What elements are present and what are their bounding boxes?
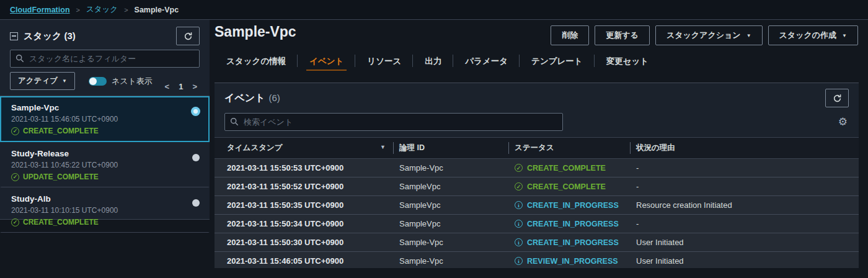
settings-gear-icon[interactable]: ⚙ [838,117,849,127]
table-row: 2021-03-11 15:46:05 UTC+0900 Sample-Vpc … [215,252,859,269]
stack-timestamp: 2021-03-11 10:10:15 UTC+0900 [11,206,198,215]
current-page-number[interactable]: 1 [179,82,183,91]
stack-status: UPDATE_COMPLETE [11,173,198,182]
tab-change-sets[interactable]: 変更セット [595,52,660,71]
event-status: CREATE_IN_PROGRESS [508,196,630,215]
nested-view-toggle[interactable]: ネスト表示 [89,76,153,87]
tab-events[interactable]: イベント [298,52,355,71]
stack-view-filter-dropdown[interactable]: アクティブ ▼ [10,72,75,90]
search-icon [16,54,24,63]
stack-tabs: スタックの情報 イベント リソース 出力 パラメータ テンプレート 変更セット [215,52,858,71]
breadcrumb-link-stacks[interactable]: スタック [86,4,118,15]
stack-radio-selected[interactable] [191,107,200,116]
event-reason: - [630,159,859,177]
stacks-pagination: < 1 > [165,82,197,91]
event-logical-id: Sample-Vpc [393,233,508,252]
refresh-events-button[interactable] [825,89,849,107]
event-timestamp: 2021-03-11 15:50:35 UTC+0900 [215,196,393,215]
table-header-row: タイムスタンプ ▼ 論理 ID ステータス 状況の理由 [215,138,859,159]
events-title: イベント(6) [224,92,825,105]
stack-name: Study-Release [11,149,198,159]
event-reason: - [630,177,859,196]
column-header-timestamp[interactable]: タイムスタンプ ▼ [215,138,393,159]
stack-name: Study-Alb [11,194,198,204]
sidebar-title: スタック(3) [24,30,176,42]
event-logical-id: SampleVpc [393,177,508,196]
tab-outputs[interactable]: 出力 [413,52,453,71]
stack-radio[interactable] [192,199,200,207]
update-button[interactable]: 更新する [595,25,650,45]
stack-card-study-release[interactable]: Study-Release 2021-03-11 10:45:22 UTC+09… [0,142,210,187]
event-timestamp: 2021-03-11 15:50:53 UTC+0900 [215,159,393,177]
event-status: CREATE_IN_PROGRESS [508,215,630,233]
events-panel: イベント(6) ⚙ [215,83,859,268]
search-icon [230,117,239,126]
stack-actions-dropdown[interactable]: スタックアクション ▼ [655,25,763,45]
event-status: REVIEW_IN_PROGRESS [508,252,630,269]
event-status: CREATE_COMPLETE [508,159,630,177]
refresh-icon [184,32,193,41]
event-timestamp: 2021-03-11 15:50:52 UTC+0900 [215,177,393,196]
tab-parameters[interactable]: パラメータ [453,52,520,71]
refresh-icon [833,94,842,103]
tab-template[interactable]: テンプレート [520,52,595,71]
chevron-right-icon: > [76,6,80,14]
column-header-reason: 状況の理由 [630,138,859,159]
check-circle-icon [11,218,19,226]
info-circle-icon [515,201,523,209]
event-reason: User Initiated [630,252,859,269]
tab-stack-info[interactable]: スタックの情報 [215,52,298,71]
stack-radio[interactable] [192,154,200,161]
caret-down-icon: ▼ [62,78,67,84]
refresh-stacks-button[interactable] [176,27,200,45]
page-title: Sample-Vpc [215,24,296,40]
event-reason: User Initiated [630,233,859,252]
collapse-panel-icon[interactable] [10,32,18,40]
event-timestamp: 2021-03-11 15:50:30 UTC+0900 [215,233,393,252]
breadcrumb-link-cloudformation[interactable]: CloudFormation [10,6,70,14]
stack-card-study-alb[interactable]: Study-Alb 2021-03-11 10:10:15 UTC+0900 C… [0,187,210,233]
event-reason: Resource creation Initiated [630,196,859,215]
events-search-input[interactable] [224,113,563,131]
main-content: Sample-Vpc 削除 更新する スタックアクション ▼ スタックの作成 ▼… [215,20,868,278]
check-circle-icon [11,127,19,135]
event-timestamp: 2021-03-11 15:46:05 UTC+0900 [215,252,393,269]
check-circle-icon [515,182,523,191]
sort-descending-icon[interactable]: ▼ [380,144,386,150]
check-circle-icon [515,164,523,172]
delete-button[interactable]: 削除 [551,25,589,45]
table-row: 2021-03-11 15:50:53 UTC+0900 Sample-Vpc … [215,159,859,177]
stack-name: Sample-Vpc [11,103,198,113]
next-page-button[interactable]: > [192,82,197,91]
breadcrumb-current: Sample-Vpc [135,6,179,14]
info-circle-icon [515,220,523,228]
event-reason: - [630,215,859,233]
check-circle-icon [11,173,19,181]
table-row: 2021-03-11 15:50:30 UTC+0900 Sample-Vpc … [215,233,859,252]
header-actions: 削除 更新する スタックアクション ▼ スタックの作成 ▼ [551,25,858,45]
previous-page-button[interactable]: < [165,82,170,91]
chevron-right-icon: > [124,6,128,14]
nested-view-label: ネスト表示 [112,76,153,87]
event-logical-id: SampleVpc [393,196,508,215]
breadcrumb: CloudFormation > スタック > Sample-Vpc [0,0,868,20]
info-circle-icon [515,238,523,246]
events-table: タイムスタンプ ▼ 論理 ID ステータス 状況の理由 2021-03-11 1… [215,137,859,268]
stack-timestamp: 2021-03-11 10:45:22 UTC+0900 [11,161,198,170]
stack-filter-input[interactable] [10,50,200,68]
stack-card-sample-vpc[interactable]: Sample-Vpc 2021-03-11 15:46:05 UTC+0900 … [0,96,210,142]
caret-down-icon: ▼ [746,33,751,38]
create-stack-dropdown[interactable]: スタックの作成 ▼ [768,25,858,45]
table-row: 2021-03-11 15:50:52 UTC+0900 SampleVpc C… [215,177,859,196]
table-row: 2021-03-11 15:50:34 UTC+0900 SampleVpc C… [215,215,859,233]
toggle-on-icon[interactable] [89,77,107,86]
column-header-status: ステータス [508,138,630,159]
stack-status: CREATE_COMPLETE [11,127,198,136]
event-timestamp: 2021-03-11 15:50:34 UTC+0900 [215,215,393,233]
stacks-sidebar: スタック(3) アクティブ ▼ ネスト表示 < 1 > Sam [0,20,210,220]
event-status: CREATE_IN_PROGRESS [508,233,630,252]
event-logical-id: SampleVpc [393,215,508,233]
table-row: 2021-03-11 15:50:35 UTC+0900 SampleVpc C… [215,196,859,215]
info-circle-icon [515,257,523,265]
tab-resources[interactable]: リソース [355,52,413,71]
